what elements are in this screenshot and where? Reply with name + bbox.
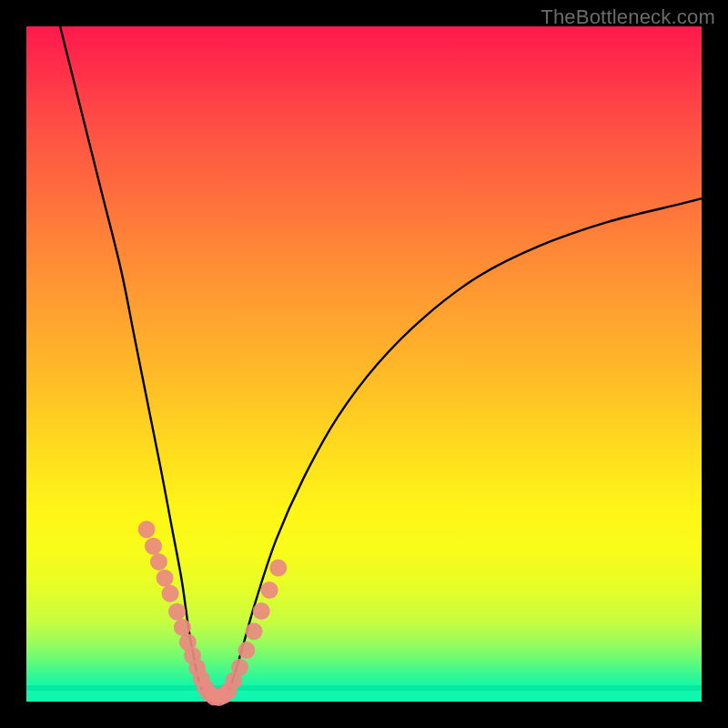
data-bead: [174, 619, 191, 636]
series-right-curve: [225, 198, 702, 696]
data-bead: [261, 581, 278, 599]
data-bead: [157, 570, 174, 587]
data-bead: [150, 553, 167, 571]
data-bead: [269, 560, 287, 577]
bead-group: [138, 521, 288, 706]
curve-group: [60, 26, 702, 700]
chart-svg: [26, 26, 702, 702]
data-bead: [145, 538, 162, 555]
data-bead: [246, 622, 263, 640]
data-bead: [168, 603, 186, 621]
data-bead: [253, 602, 270, 620]
chart-frame: TheBottleneck.com: [0, 0, 728, 728]
plot-area: [26, 26, 702, 702]
data-bead: [231, 659, 248, 676]
series-left-curve: [60, 26, 205, 696]
data-bead: [138, 521, 156, 538]
watermark-text: TheBottleneck.com: [541, 5, 715, 29]
data-bead: [162, 585, 179, 602]
data-bead: [238, 642, 255, 659]
